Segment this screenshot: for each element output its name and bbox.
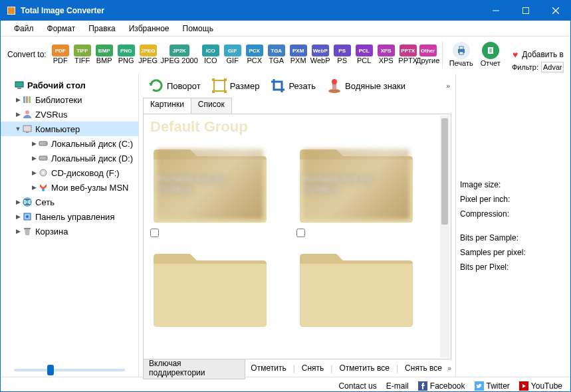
print-button[interactable]: Печать [447,42,476,67]
include-subdir-button[interactable]: Включая поддиректории [143,357,245,379]
facebook-icon [418,381,427,391]
svg-rect-0 [522,8,528,14]
drive-icon [38,138,49,149]
svg-point-18 [43,172,45,174]
tree-item-pc[interactable]: ▼ Компьютер [1,122,138,136]
stamp-icon [326,78,342,94]
menu-favorites[interactable]: Избранное [122,21,176,36]
expand-arrow-icon: ▶ [30,140,38,147]
favorite-link[interactable]: Добавить в [522,50,564,59]
actions-overflow-icon[interactable]: » [447,364,451,372]
format-gif[interactable]: GIFGIF [223,45,243,64]
msn-icon [38,182,49,193]
format-bmp[interactable]: BMPBMP [94,45,114,64]
svg-rect-8 [26,96,28,103]
menu-file[interactable]: Файл [7,21,41,36]
filter-label: Фильтр: [512,63,538,71]
tree-item-drive[interactable]: ▶ Локальный диск (D:) [1,151,138,165]
uncheck-button[interactable]: Снять [296,362,330,374]
report-button[interactable]: Отчет [476,42,505,67]
convert-label: Convert to: [7,50,47,59]
watermark-button[interactable]: Водяные знаки [322,76,409,95]
resize-button[interactable]: Размер [207,76,264,95]
twitter-link[interactable]: Twitter [475,381,510,391]
user-icon [22,109,33,120]
svg-point-16 [45,157,47,159]
thumbnail-checkbox[interactable] [296,229,305,237]
svg-rect-26 [224,78,227,81]
folder-thumbnail[interactable]: PortableApp by ZVSRus [150,140,270,240]
prop-ppi: Pixel per inch: [460,195,510,204]
menu-help[interactable]: Помощь [176,21,220,36]
tree-item-drive[interactable]: ▶ Локальный диск (C:) [1,136,138,151]
check-button[interactable]: Отметить [245,362,291,374]
tree-item-cd[interactable]: ▶ CD-дисковод (F:) [1,165,138,180]
vertical-scrollbar[interactable] [440,116,449,357]
youtube-icon [519,381,528,391]
format-pptx[interactable]: PPTXPPTX [398,45,418,64]
folder-thumbnail[interactable] [150,244,270,330]
folder-thumbnail[interactable]: PortableApp by ZVSRus [296,140,416,240]
menu-edit[interactable]: Правка [82,21,122,36]
menubar: Файл Формат Правка Избранное Помощь [1,21,570,37]
format-tiff[interactable]: TIFFTIFF [72,45,92,64]
format-other[interactable]: Other Другие [418,45,438,64]
menu-format[interactable]: Формат [41,21,82,36]
folder-tree: Рабочий стол▶ Библиотеки▶ ZVSRus▼ Компью… [1,74,139,377]
trash-icon [22,226,33,237]
format-ico[interactable]: ICOICO [201,45,221,64]
format-webp[interactable]: WebPWebP [310,45,330,64]
tree-item-msn[interactable]: ▶ Мои веб-узлы MSN [1,180,138,195]
expand-arrow-icon: ▶ [14,96,22,103]
net-icon [22,197,33,207]
drive-icon [38,153,49,163]
folder-thumbnail[interactable] [296,244,416,330]
crop-icon [270,78,286,94]
tree-item-desktop[interactable]: Рабочий стол [1,78,138,92]
tab-pictures[interactable]: Картинки [143,98,191,114]
tree-item-libs[interactable]: ▶ Библиотеки [1,92,138,107]
edit-toolbar: Поворот Размер Резать Водяные знаки » [139,74,455,98]
minimize-button[interactable] [481,1,511,21]
check-all-button[interactable]: Отметить все [334,362,395,374]
format-pcx[interactable]: PCXPCX [245,45,265,64]
svg-rect-3 [459,52,463,54]
youtube-link[interactable]: YouTube [519,381,562,391]
contact-link[interactable]: Contact us [338,381,376,391]
maximize-button[interactable] [511,1,540,21]
uncheck-all-button[interactable]: Снять все [400,362,447,374]
format-pcl[interactable]: PCLPCL [354,45,374,64]
cd-icon [38,167,49,178]
format-png[interactable]: PNGPNG [116,45,136,64]
format-pdf[interactable]: PDFPDF [51,45,70,64]
desktop-icon [14,80,25,90]
format-tga[interactable]: TGATGA [267,45,286,64]
tree-item-trash[interactable]: ▶ Корзина [1,224,138,239]
crop-button[interactable]: Резать [266,76,320,95]
tree-item-user[interactable]: ▶ ZVSRus [1,107,138,122]
folder-icon [296,244,416,330]
email-link[interactable]: E-mail [386,381,409,391]
svg-rect-7 [23,96,25,103]
thumbnail-view: Default Group PortableApp by ZVSRus Port… [143,114,451,359]
format-jpeg2000[interactable]: JP2KJPEG 2000 [160,45,199,64]
close-button[interactable] [540,1,570,21]
toolbar-overflow-icon[interactable]: » [446,82,450,90]
format-jpeg[interactable]: JPEGJPEG [138,45,158,64]
svg-rect-11 [23,126,31,132]
rotate-button[interactable]: Поворот [144,76,205,95]
thumbnail-size-slider[interactable] [14,369,125,371]
expand-arrow-icon: ▶ [30,169,38,176]
tab-list[interactable]: Список [191,98,232,114]
facebook-link[interactable]: Facebook [418,381,465,391]
main-area: Рабочий стол▶ Библиотеки▶ ZVSRus▼ Компью… [1,74,570,377]
app-logo-icon [6,5,17,16]
tree-item-cp[interactable]: ▶ Панель управления [1,209,138,224]
filter-input[interactable] [541,62,564,72]
expand-arrow-icon: ▶ [14,228,22,235]
format-pxm[interactable]: PXMPXM [288,45,308,64]
tree-item-net[interactable]: ▶ Сеть [1,195,138,209]
format-ps[interactable]: PSPS [332,45,352,64]
thumbnail-checkbox[interactable] [150,229,159,237]
format-xps[interactable]: XPSXPS [376,45,396,64]
